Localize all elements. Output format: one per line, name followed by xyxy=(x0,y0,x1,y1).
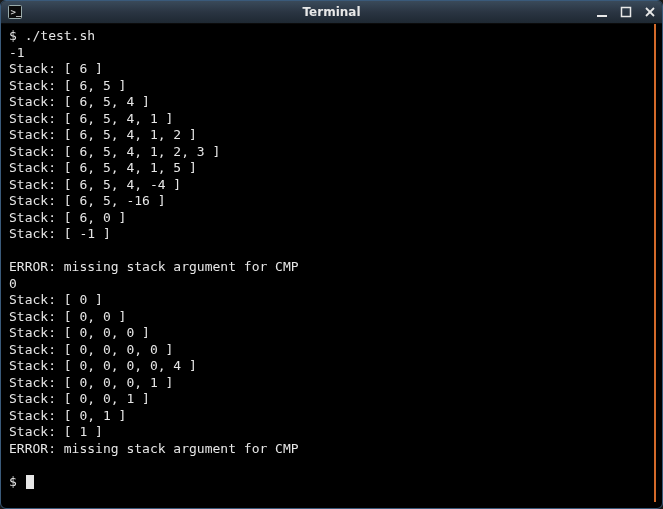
svg-rect-2 xyxy=(597,15,607,17)
prompt: $ xyxy=(9,474,25,489)
output-line: 0 xyxy=(9,276,17,291)
prompt: $ xyxy=(9,28,25,43)
cursor xyxy=(26,475,34,489)
output-line: Stack: [ 6, 5, 4, 1, 2, 3 ] xyxy=(9,144,220,159)
output-line: Stack: [ 6, 5, 4, -4 ] xyxy=(9,177,181,192)
output-line: Stack: [ 0, 0, 0 ] xyxy=(9,325,150,340)
close-button[interactable] xyxy=(642,4,658,20)
window-title: Terminal xyxy=(1,5,662,19)
output-line: Stack: [ 0, 0, 0, 0, 4 ] xyxy=(9,358,197,373)
minimize-button[interactable] xyxy=(594,4,610,20)
output-line: ERROR: missing stack argument for CMP xyxy=(9,441,299,456)
output-line: -1 xyxy=(9,45,25,60)
maximize-button[interactable] xyxy=(618,4,634,20)
output-line: Stack: [ -1 ] xyxy=(9,226,111,241)
output-line: Stack: [ 6, 5 ] xyxy=(9,78,126,93)
command: ./test.sh xyxy=(25,28,95,43)
output-line: Stack: [ 0, 0, 0, 0 ] xyxy=(9,342,173,357)
output-line: Stack: [ 1 ] xyxy=(9,424,103,439)
output-line: Stack: [ 0, 0 ] xyxy=(9,309,126,324)
svg-rect-3 xyxy=(622,8,631,17)
output-line: Stack: [ 0, 0, 1 ] xyxy=(9,391,150,406)
terminal-icon: >_ xyxy=(7,4,23,20)
output-line: Stack: [ 6, 5, -16 ] xyxy=(9,193,166,208)
output-line: Stack: [ 6, 0 ] xyxy=(9,210,126,225)
svg-text:>_: >_ xyxy=(11,7,22,17)
output-line: Stack: [ 0 ] xyxy=(9,292,103,307)
output-line: ERROR: missing stack argument for CMP xyxy=(9,259,299,274)
terminal-output: $ ./test.sh -1 Stack: [ 6 ] Stack: [ 6, … xyxy=(9,28,652,490)
output-line: Stack: [ 6 ] xyxy=(9,61,103,76)
output-line: Stack: [ 6, 5, 4 ] xyxy=(9,94,150,109)
window-controls xyxy=(594,1,658,23)
titlebar: >_ Terminal xyxy=(1,1,662,24)
output-line: Stack: [ 6, 5, 4, 1 ] xyxy=(9,111,173,126)
output-line: Stack: [ 0, 1 ] xyxy=(9,408,126,423)
output-line: Stack: [ 6, 5, 4, 1, 2 ] xyxy=(9,127,197,142)
output-line: Stack: [ 6, 5, 4, 1, 5 ] xyxy=(9,160,197,175)
output-line: Stack: [ 0, 0, 0, 1 ] xyxy=(9,375,173,390)
terminal-window: >_ Terminal $ ./test.sh -1 Stack: [ 6 ] … xyxy=(0,0,663,509)
terminal-viewport[interactable]: $ ./test.sh -1 Stack: [ 6 ] Stack: [ 6, … xyxy=(7,24,656,502)
